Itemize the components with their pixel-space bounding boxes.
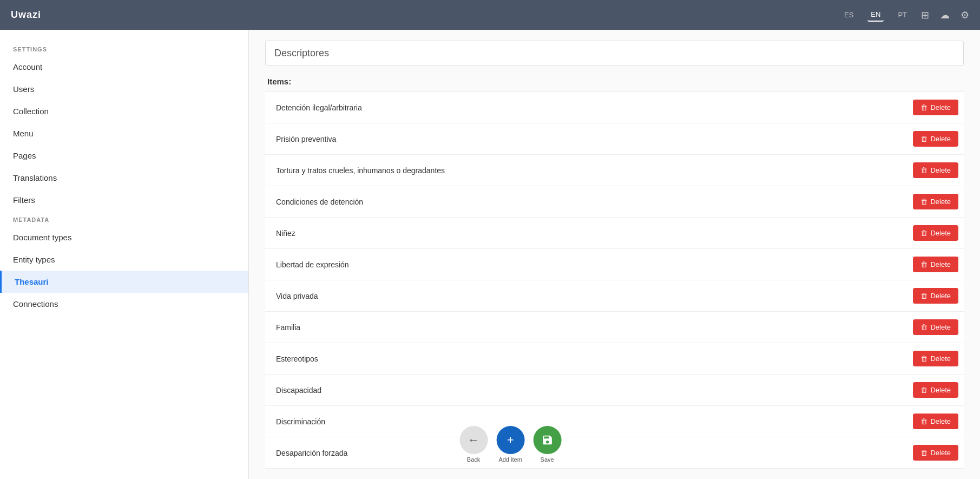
item-text: Prisión preventiva xyxy=(271,135,913,143)
item-text: Discapacidad xyxy=(271,386,913,395)
sidebar-item-users[interactable]: Users xyxy=(0,78,248,100)
delete-button[interactable]: 🗑 Delete xyxy=(913,445,958,461)
sidebar-item-menu[interactable]: Menu xyxy=(0,122,248,145)
trash-icon: 🗑 xyxy=(920,292,928,300)
top-nav-right: ES EN PT ⊞ ☁ ⚙ xyxy=(841,8,969,22)
delete-label: Delete xyxy=(930,166,951,174)
settings-icon[interactable]: ⚙ xyxy=(961,9,969,21)
add-item-button[interactable]: + xyxy=(496,426,524,454)
delete-label: Delete xyxy=(930,103,951,111)
layout: SETTINGS Account Users Collection Menu P… xyxy=(0,30,980,479)
item-text: Detención ilegal/arbitraria xyxy=(271,103,913,112)
trash-icon: 🗑 xyxy=(920,135,928,143)
trash-icon: 🗑 xyxy=(920,229,928,237)
save-label: Save xyxy=(533,456,561,463)
sidebar-section-metadata: METADATA Document types Entity types The… xyxy=(0,211,248,315)
item-text: Niñez xyxy=(271,229,913,238)
sidebar-item-entity-types[interactable]: Entity types xyxy=(0,248,248,271)
delete-button[interactable]: 🗑 Delete xyxy=(913,225,958,241)
table-row: Libertad de expresión 🗑 Delete xyxy=(265,249,964,280)
delete-label: Delete xyxy=(930,292,951,300)
table-row: Vida privada 🗑 Delete xyxy=(265,280,964,312)
sidebar-item-pages[interactable]: Pages xyxy=(0,145,248,167)
delete-label: Delete xyxy=(930,229,951,237)
back-button[interactable]: ← xyxy=(459,426,488,454)
trash-icon: 🗑 xyxy=(920,198,928,206)
trash-icon: 🗑 xyxy=(920,323,928,331)
sidebar: SETTINGS Account Users Collection Menu P… xyxy=(0,30,249,479)
delete-button[interactable]: 🗑 Delete xyxy=(913,100,958,115)
trash-icon: 🗑 xyxy=(920,103,928,111)
delete-button[interactable]: 🗑 Delete xyxy=(913,194,958,209)
thesauri-items-list: Detención ilegal/arbitraria 🗑 Delete Pri… xyxy=(265,91,964,469)
delete-label: Delete xyxy=(930,386,951,394)
back-label: Back xyxy=(459,456,488,463)
table-row: Tortura y tratos crueles, inhumanos o de… xyxy=(265,155,964,186)
sidebar-item-filters[interactable]: Filters xyxy=(0,189,248,211)
table-row: Prisión preventiva 🗑 Delete xyxy=(265,123,964,155)
table-row: Discriminación 🗑 Delete xyxy=(265,406,964,437)
item-text: Discriminación xyxy=(271,417,913,426)
sidebar-item-connections[interactable]: Connections xyxy=(0,293,248,315)
sidebar-item-account[interactable]: Account xyxy=(0,56,248,78)
delete-button[interactable]: 🗑 Delete xyxy=(913,319,958,335)
delete-button[interactable]: 🗑 Delete xyxy=(913,288,958,304)
settings-section-title: SETTINGS xyxy=(0,41,248,56)
sidebar-item-translations[interactable]: Translations xyxy=(0,167,248,189)
action-buttons: ← + Back Add item Save xyxy=(459,426,561,463)
delete-button[interactable]: 🗑 Delete xyxy=(913,131,958,147)
trash-icon: 🗑 xyxy=(920,386,928,394)
top-nav: Uwazi ES EN PT ⊞ ☁ ⚙ xyxy=(0,0,980,30)
delete-label: Delete xyxy=(930,417,951,425)
item-text: Vida privada xyxy=(271,292,913,300)
delete-button[interactable]: 🗑 Delete xyxy=(913,162,958,178)
trash-icon: 🗑 xyxy=(920,417,928,425)
table-row: Condiciones de detención 🗑 Delete xyxy=(265,186,964,218)
thesauri-title-input[interactable] xyxy=(265,41,964,66)
sidebar-section-settings: SETTINGS Account Users Collection Menu P… xyxy=(0,41,248,211)
add-item-label: Add item xyxy=(496,456,524,463)
table-row: Estereotipos 🗑 Delete xyxy=(265,343,964,375)
delete-button[interactable]: 🗑 Delete xyxy=(913,414,958,429)
item-text: Condiciones de detención xyxy=(271,198,913,206)
delete-button[interactable]: 🗑 Delete xyxy=(913,257,958,272)
delete-label: Delete xyxy=(930,260,951,268)
trash-icon: 🗑 xyxy=(920,449,928,457)
delete-label: Delete xyxy=(930,355,951,363)
trash-icon: 🗑 xyxy=(920,260,928,268)
sidebar-item-document-types[interactable]: Document types xyxy=(0,226,248,248)
table-row: Desaparición forzada 🗑 Delete xyxy=(265,437,964,469)
delete-button[interactable]: 🗑 Delete xyxy=(913,351,958,366)
delete-label: Delete xyxy=(930,198,951,206)
save-button[interactable] xyxy=(533,426,561,454)
item-text: Estereotipos xyxy=(271,355,913,363)
sidebar-item-thesauri[interactable]: Thesauri xyxy=(0,271,248,293)
item-text: Familia xyxy=(271,323,913,332)
table-row: Familia 🗑 Delete xyxy=(265,312,964,343)
grid-icon[interactable]: ⊞ xyxy=(921,9,929,21)
trash-icon: 🗑 xyxy=(920,166,928,174)
table-row: Discapacidad 🗑 Delete xyxy=(265,375,964,406)
delete-button[interactable]: 🗑 Delete xyxy=(913,382,958,398)
item-text: Libertad de expresión xyxy=(271,260,913,269)
main-content: Items: Detención ilegal/arbitraria 🗑 Del… xyxy=(249,30,980,479)
delete-label: Delete xyxy=(930,323,951,331)
action-btn-row: ← + xyxy=(459,426,561,454)
cloud-icon[interactable]: ☁ xyxy=(940,9,950,21)
delete-label: Delete xyxy=(930,449,951,457)
item-text: Desaparición forzada xyxy=(271,449,913,457)
trash-icon: 🗑 xyxy=(920,355,928,363)
brand-logo: Uwazi xyxy=(11,9,41,21)
sidebar-item-collection[interactable]: Collection xyxy=(0,100,248,122)
lang-en[interactable]: EN xyxy=(867,8,884,22)
delete-label: Delete xyxy=(930,135,951,143)
action-btn-labels: Back Add item Save xyxy=(459,456,561,463)
items-label: Items: xyxy=(265,77,964,86)
table-row: Detención ilegal/arbitraria 🗑 Delete xyxy=(265,91,964,123)
lang-pt[interactable]: PT xyxy=(895,9,910,21)
item-text: Tortura y tratos crueles, inhumanos o de… xyxy=(271,166,913,175)
metadata-section-title: METADATA xyxy=(0,211,248,226)
lang-es[interactable]: ES xyxy=(841,9,857,21)
table-row: Niñez 🗑 Delete xyxy=(265,218,964,249)
